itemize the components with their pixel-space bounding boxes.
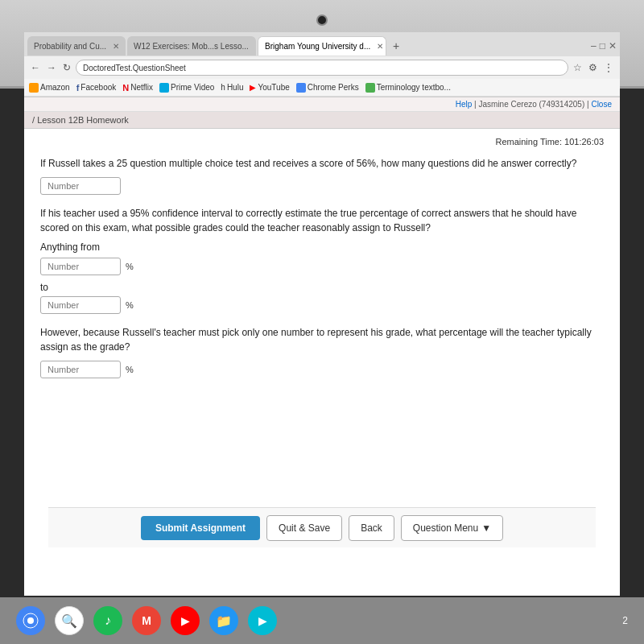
question3-input-row: % <box>40 361 604 378</box>
unit-label-2: % <box>126 300 134 310</box>
new-tab-button[interactable]: + <box>388 39 404 52</box>
page-header: Help | Jasmine Cerezo (749314205) | Clos… <box>24 97 620 112</box>
range-label: Anything from <box>40 242 604 253</box>
spotify-taskbar-icon[interactable]: ♪ <box>93 606 122 635</box>
breadcrumb-label: Lesson 12B Homework <box>37 115 129 125</box>
back-nav-button[interactable]: ← <box>29 62 42 73</box>
bookmark-label: YouTube <box>258 83 289 92</box>
tab-label: Probability and Cu... <box>34 42 106 51</box>
prime-icon <box>159 83 169 93</box>
bookmark-chrome-perks[interactable]: Chrome Perks <box>296 83 359 93</box>
bookmark-terminology[interactable]: Terminology textbo... <box>365 83 451 93</box>
address-input[interactable] <box>76 60 568 76</box>
youtube-taskbar-icon[interactable]: ▶ <box>171 606 200 635</box>
hulu-icon: h <box>221 83 225 92</box>
question-menu-label: Question Menu <box>413 522 478 534</box>
user-info: Jasmine Cerezo (749314205) <box>479 100 585 109</box>
bookmark-youtube[interactable]: ▶ YouTube <box>250 83 289 92</box>
gmail-taskbar-icon[interactable]: M <box>132 606 161 635</box>
bookmark-facebook[interactable]: f Facebook <box>76 83 117 93</box>
bookmark-label: Netflix <box>130 83 153 92</box>
search-taskbar-icon[interactable]: 🔍 <box>55 606 84 635</box>
svg-point-1 <box>27 617 34 624</box>
playstore-taskbar-icon[interactable]: ▶ <box>248 606 277 635</box>
screen: Probability and Cu... ✕ W12 Exercises: M… <box>24 32 620 596</box>
bottom-toolbar: Submit Assignment Quit & Save Back Quest… <box>48 507 596 547</box>
taskbar: 🔍 ♪ M ▶ 📁 ▶ 2 <box>0 597 644 644</box>
bookmark-netflix[interactable]: N Netflix <box>122 83 153 93</box>
refresh-button[interactable]: ↻ <box>61 62 72 73</box>
forward-nav-button[interactable]: → <box>45 62 58 73</box>
question3-input[interactable] <box>40 361 121 378</box>
tab-label: Brigham Young University d... <box>265 42 370 51</box>
question2-input2-row: % 》》》》 <box>40 296 604 314</box>
browser-chrome: Probability and Cu... ✕ W12 Exercises: M… <box>24 32 620 97</box>
submit-assignment-button[interactable]: Submit Assignment <box>141 516 260 540</box>
timer-label: Remaining Time: <box>495 137 562 147</box>
unit-label-1: % <box>126 262 134 271</box>
question-menu-button[interactable]: Question Menu ▼ <box>401 515 503 541</box>
question1-input-row <box>40 177 604 195</box>
unit-label-3: % <box>126 365 134 374</box>
terminology-icon <box>365 83 375 93</box>
question1-input[interactable] <box>40 177 121 195</box>
tab-label: W12 Exercises: Mob...s Lesso... <box>134 42 249 51</box>
tab-exercises[interactable]: W12 Exercises: Mob...s Lesso... ✕ <box>127 36 256 56</box>
bookmark-label: Hulu <box>227 83 244 92</box>
chrome-perks-icon <box>296 83 306 93</box>
chrome-taskbar-icon[interactable] <box>16 606 45 635</box>
tab-close-3[interactable]: ✕ <box>377 42 383 51</box>
webcam <box>316 14 328 26</box>
taskbar-badge: 2 <box>622 615 628 626</box>
help-link[interactable]: Help <box>456 100 473 109</box>
question2-block: If his teacher used a 95% confidence int… <box>40 206 604 314</box>
youtube-icon: ▶ <box>250 83 256 92</box>
quit-save-button[interactable]: Quit & Save <box>266 515 342 541</box>
tab-byu[interactable]: Brigham Young University d... ✕ <box>258 36 386 56</box>
breadcrumb: / Lesson 12B Homework <box>24 112 620 129</box>
window-controls: – □ ✕ <box>591 40 617 52</box>
question2-text: If his teacher used a 95% confidence int… <box>40 206 604 235</box>
close-window-button[interactable]: ✕ <box>609 40 617 52</box>
extensions-button[interactable]: ⚙ <box>587 62 599 73</box>
bookmark-label: Terminology textbo... <box>377 83 451 92</box>
netflix-icon: N <box>122 83 129 93</box>
bookmark-label: Amazon <box>40 83 70 92</box>
question2-input1-row: % <box>40 258 604 275</box>
bookmark-button[interactable]: ☆ <box>572 62 584 73</box>
question1-text: If Russell takes a 25 question multiple … <box>40 156 604 171</box>
bookmarks-bar: Amazon f Facebook N Netflix Prime Video … <box>24 79 620 97</box>
address-bar-row: ← → ↻ ☆ ⚙ ⋮ <box>24 56 620 79</box>
tab-probability[interactable]: Probability and Cu... ✕ <box>27 36 126 56</box>
back-button[interactable]: Back <box>349 515 394 541</box>
bookmark-primevideo[interactable]: Prime Video <box>159 83 214 93</box>
facebook-icon: f <box>76 83 80 93</box>
close-link[interactable]: Close <box>591 100 612 109</box>
to-label: to <box>40 282 604 293</box>
bookmark-hulu[interactable]: h Hulu <box>221 83 243 92</box>
bookmark-label: Facebook <box>80 83 116 92</box>
files-taskbar-icon[interactable]: 📁 <box>209 606 238 635</box>
question3-text: However, because Russell's teacher must … <box>40 325 604 354</box>
dropdown-arrow-icon: ▼ <box>481 522 491 534</box>
question3-block: However, because Russell's teacher must … <box>40 325 604 378</box>
question2-input2[interactable] <box>40 296 121 314</box>
timer-row: Remaining Time: 101:26:03 <box>40 137 604 147</box>
question1-block: If Russell takes a 25 question multiple … <box>40 156 604 195</box>
maximize-button[interactable]: □ <box>600 40 605 52</box>
tab-bar: Probability and Cu... ✕ W12 Exercises: M… <box>24 32 620 56</box>
bookmark-label: Prime Video <box>171 83 214 92</box>
menu-button[interactable]: ⋮ <box>602 62 615 73</box>
timer-value: 101:26:03 <box>564 137 604 147</box>
bookmark-label: Chrome Perks <box>308 83 359 92</box>
main-content: Remaining Time: 101:26:03 If Russell tak… <box>24 129 620 547</box>
bookmark-amazon[interactable]: Amazon <box>29 83 70 93</box>
tab-close-2[interactable]: ✕ <box>255 42 256 51</box>
question2-input1[interactable] <box>40 258 121 275</box>
amazon-icon <box>29 83 39 93</box>
tab-close-1[interactable]: ✕ <box>113 42 119 51</box>
minimize-button[interactable]: – <box>591 40 597 52</box>
